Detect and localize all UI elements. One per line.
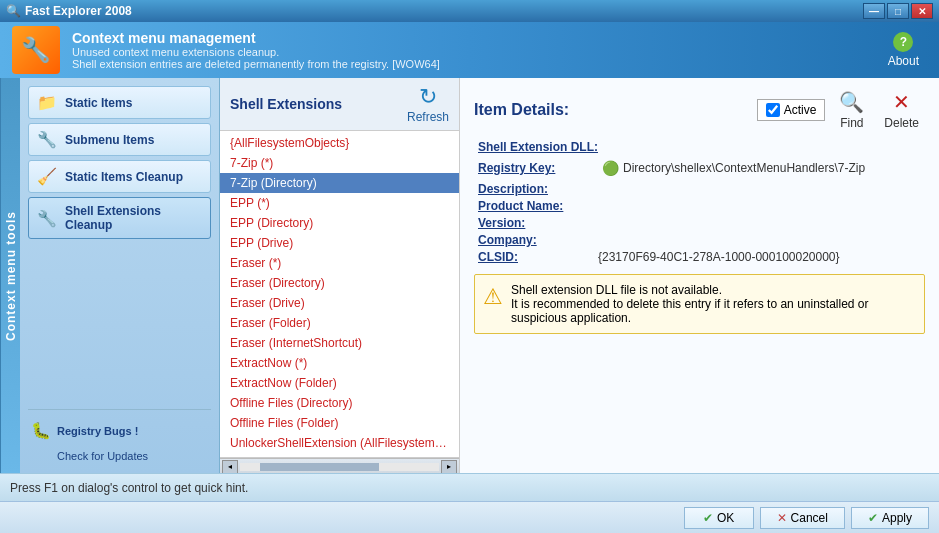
list-item[interactable]: Eraser (Folder) — [220, 313, 459, 333]
nav-label-submenu-items: Submenu Items — [65, 133, 154, 147]
apply-label: Apply — [882, 511, 912, 525]
cancel-button[interactable]: ✕ Cancel — [760, 507, 845, 529]
list-item[interactable]: EPP (*) — [220, 193, 459, 213]
list-item[interactable]: Eraser (Drive) — [220, 293, 459, 313]
list-item[interactable]: Eraser (Directory) — [220, 273, 459, 293]
registry-icon: 🟢 — [602, 160, 619, 176]
item-details-title: Item Details: — [474, 101, 569, 119]
list-horizontal-scrollbar[interactable]: ◂ ▸ — [220, 457, 459, 473]
nav-panel: 📁 Static Items 🔧 Submenu Items 🧹 Static … — [20, 78, 220, 473]
delete-label: Delete — [884, 116, 919, 130]
clsid-row: CLSID: {23170F69-40C1-278A-1000-00010002… — [474, 250, 925, 264]
find-label: Find — [840, 116, 863, 130]
refresh-icon: ↻ — [419, 84, 437, 110]
nav-item-submenu-items[interactable]: 🔧 Submenu Items — [28, 123, 211, 156]
shell-dll-row: Shell Extension DLL: — [474, 140, 925, 154]
list-header: Shell Extensions ↻ Refresh — [220, 78, 459, 131]
about-button[interactable]: ? About — [880, 28, 927, 72]
app-icon: 🔍 — [6, 4, 21, 18]
scroll-right-btn[interactable]: ▸ — [441, 460, 457, 474]
active-check-input[interactable] — [766, 103, 780, 117]
description-section: Description: Product Name: Version: Comp… — [474, 182, 925, 264]
scroll-left-btn[interactable]: ◂ — [222, 460, 238, 474]
registry-key-section: Registry Key: 🟢 Directory\shellex\Contex… — [474, 160, 925, 176]
warning-icon: ⚠ — [483, 284, 503, 310]
extensions-list[interactable]: {AllFilesystemObjects} 7-Zip (*) 7-Zip (… — [220, 131, 459, 457]
list-item[interactable]: UnlockerShellExtension (AllFilesystemObj… — [220, 433, 459, 453]
shell-dll-section: Shell Extension DLL: — [474, 140, 925, 154]
list-item[interactable]: {AllFilesystemObjects} — [220, 133, 459, 153]
details-header: Item Details: Active 🔍 Find ✕ Delete — [474, 88, 925, 132]
list-item[interactable]: Offline Files (Directory) — [220, 393, 459, 413]
details-actions: Active 🔍 Find ✕ Delete — [757, 88, 925, 132]
about-icon: ? — [893, 32, 913, 52]
find-button[interactable]: 🔍 Find — [833, 88, 870, 132]
content-area: Shell Extensions ↻ Refresh {AllFilesyste… — [220, 78, 939, 473]
clsid-value: {23170F69-40C1-278A-1000-000100020000} — [598, 250, 840, 264]
refresh-button[interactable]: ↻ Refresh — [407, 84, 449, 124]
header-line2: Shell extension entries are deleted perm… — [72, 58, 440, 70]
main-area: Context menu tools 📁 Static Items 🔧 Subm… — [0, 78, 939, 473]
cancel-x-icon: ✕ — [777, 511, 787, 525]
status-bar: Press F1 on dialog's control to get quic… — [0, 473, 939, 501]
nav-label-static-items: Static Items — [65, 96, 132, 110]
about-label: About — [888, 54, 919, 68]
header-text: Context menu management Unused context m… — [72, 30, 440, 70]
list-item[interactable]: 7-Zip (Directory) — [220, 173, 459, 193]
list-item[interactable]: EPP (Directory) — [220, 213, 459, 233]
product-name-row: Product Name: — [474, 199, 925, 213]
description-label: Description: — [478, 182, 598, 196]
cancel-label: Cancel — [791, 511, 828, 525]
bottom-bar: ✔ OK ✕ Cancel ✔ Apply — [0, 501, 939, 533]
list-item[interactable]: ExtractNow (*) — [220, 353, 459, 373]
version-label: Version: — [478, 216, 598, 230]
close-button[interactable]: ✕ — [911, 3, 933, 19]
delete-icon: ✕ — [893, 90, 910, 114]
list-item[interactable]: Offline Files (Folder) — [220, 413, 459, 433]
refresh-label: Refresh — [407, 110, 449, 124]
app-title: Fast Explorer 2008 — [25, 4, 132, 18]
delete-button[interactable]: ✕ Delete — [878, 88, 925, 132]
product-name-label: Product Name: — [478, 199, 598, 213]
check-updates-label: Check for Updates — [57, 450, 148, 462]
nav-item-shell-cleanup[interactable]: 🔧 Shell Extensions Cleanup — [28, 197, 211, 239]
ok-label: OK — [717, 511, 734, 525]
folder-icon: 📁 — [37, 93, 57, 112]
nav-item-static-cleanup[interactable]: 🧹 Static Items Cleanup — [28, 160, 211, 193]
list-scroll-inner: {AllFilesystemObjects} 7-Zip (*) 7-Zip (… — [220, 131, 459, 457]
warning-line3: suspicious application. — [511, 311, 869, 325]
scroll-track[interactable] — [240, 463, 439, 471]
company-label: Company: — [478, 233, 598, 247]
details-pane: Item Details: Active 🔍 Find ✕ Delete — [460, 78, 939, 473]
registry-bugs-button[interactable]: 🐛 Registry Bugs ! — [28, 418, 211, 443]
shell-dll-label: Shell Extension DLL: — [478, 140, 598, 154]
registry-key-label: Registry Key: — [478, 161, 598, 175]
list-item[interactable]: 7-Zip (*) — [220, 153, 459, 173]
maximize-button[interactable]: □ — [887, 3, 909, 19]
list-item[interactable]: Eraser (InternetShortcut) — [220, 333, 459, 353]
nav-label-static-cleanup: Static Items Cleanup — [65, 170, 183, 184]
shell-extensions-title: Shell Extensions — [230, 96, 342, 112]
scroll-thumb[interactable] — [260, 463, 379, 471]
nav-item-static-items[interactable]: 📁 Static Items — [28, 86, 211, 119]
ok-button[interactable]: ✔ OK — [684, 507, 754, 529]
check-updates-button[interactable]: Check for Updates — [28, 447, 211, 465]
list-item[interactable]: EPP (Drive) — [220, 233, 459, 253]
shell-pane: Shell Extensions ↻ Refresh {AllFilesyste… — [220, 78, 939, 473]
header: 🔧 Context menu management Unused context… — [0, 22, 939, 78]
active-checkbox[interactable]: Active — [757, 99, 826, 121]
find-icon: 🔍 — [839, 90, 864, 114]
apply-button[interactable]: ✔ Apply — [851, 507, 929, 529]
list-item[interactable]: Eraser (*) — [220, 253, 459, 273]
minimize-button[interactable]: — — [863, 3, 885, 19]
list-item[interactable]: ExtractNow (Folder) — [220, 373, 459, 393]
clsid-label: CLSID: — [478, 250, 598, 264]
bug-icon: 🐛 — [31, 421, 51, 440]
app-logo: 🔧 — [12, 26, 60, 74]
extension-icon: 🔧 — [37, 209, 57, 228]
description-row: Description: — [474, 182, 925, 196]
registry-key-row: Registry Key: 🟢 Directory\shellex\Contex… — [474, 160, 925, 176]
nav-label-shell-cleanup: Shell Extensions Cleanup — [65, 204, 202, 232]
warning-text: Shell extension DLL file is not availabl… — [511, 283, 869, 325]
company-row: Company: — [474, 233, 925, 247]
